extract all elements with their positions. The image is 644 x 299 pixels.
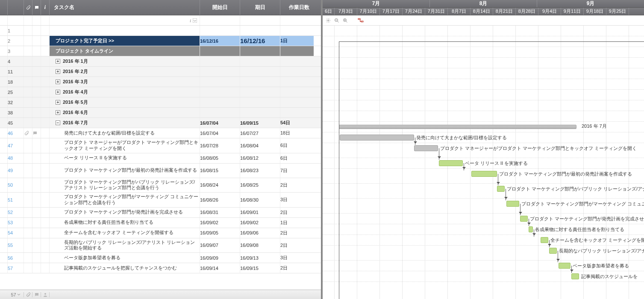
end-cell: 16/09/15	[240, 263, 280, 273]
attach-cell	[24, 178, 32, 193]
start-cell: 16/07/28	[200, 138, 240, 153]
week-header[interactable]: 9月18日	[584, 8, 606, 15]
gantt-bar[interactable]: プロダクト マーケティング部門がパブリック リレーションズ/アナリ	[497, 186, 505, 192]
grid-body: 12プロジェクト完了予定日 >>16/12/1616/12/161日3プロジェク…	[0, 26, 321, 290]
grid-row[interactable]: 53各成果物に対する責任担当者を割り当てる16/09/0216/09/021日	[0, 218, 321, 228]
expand-icon[interactable]: +	[56, 100, 60, 105]
end-cell: 16/12/16	[240, 36, 280, 46]
grid-header: i タスク名 開始日 期日 作業日数	[0, 0, 321, 15]
enddate-header[interactable]: 期日	[240, 0, 280, 15]
start-cell	[200, 77, 240, 87]
comment-header[interactable]	[32, 0, 41, 15]
week-header[interactable]: 7月10日	[357, 8, 380, 15]
gantt-bar[interactable]: プロダクト マーケティング部門が発売計画を完成させ	[520, 216, 528, 222]
gantt-bar[interactable]: プロダクト マネージャーがプロダクト マーケティング部門とキックオフ ミーティン…	[414, 145, 438, 151]
month-header[interactable]: 8月	[430, 0, 537, 7]
expand-icon[interactable]: +	[56, 90, 60, 94]
gantt-bar[interactable]: ベータ版参加希望者を募る	[559, 263, 570, 269]
row-number: 56	[8, 253, 24, 263]
week-header[interactable]: 7月31日	[425, 8, 448, 15]
grid-row[interactable]: 45−2016 年 7月16/07/0416/09/1554日	[0, 118, 321, 128]
gantt-bar[interactable]: 長期的なパブリック リレーションズ/アナ	[549, 248, 557, 254]
grid-row[interactable]: 51プロダクト マーケティング部門がマーケティング コミュニケーション部門と会議…	[0, 193, 321, 208]
week-header[interactable]: 7月3日	[335, 8, 357, 15]
rownum-header[interactable]	[8, 0, 24, 15]
month-header[interactable]: 7月	[323, 0, 430, 7]
week-header[interactable]: 9月11日	[561, 8, 584, 15]
taskname-header[interactable]: タスク名	[50, 0, 200, 15]
drag-handle	[0, 238, 8, 253]
grid-row[interactable]: 1	[0, 26, 321, 36]
grid-row[interactable]: 47プロダクト マネージャーがプロダクト マーケティング部門とキックオフ ミーテ…	[0, 138, 321, 153]
gantt-bar[interactable]: 発売に向けて大まかな範囲/目標を設定する	[340, 135, 414, 141]
comment-icon[interactable]	[34, 292, 39, 297]
expand-icon[interactable]: +	[56, 79, 60, 84]
days-cell: 7日	[280, 164, 314, 178]
critical-path-icon[interactable]	[358, 18, 364, 23]
zoom-in-icon[interactable]	[342, 18, 348, 23]
gantt-bar[interactable]: 記事掲載のスケジュールを	[571, 273, 579, 279]
week-header[interactable]: 8月14日	[471, 8, 493, 15]
grid-row[interactable]: 56ベータ版参加希望者を募る16/09/0916/09/133日	[0, 253, 321, 263]
gantt-bar[interactable]: 全チームを含むキックオフ ミーティングを開	[541, 237, 548, 243]
days-header[interactable]: 作業日数	[280, 0, 314, 15]
gantt-bar[interactable]: プロダクト マーケティング部門がマーケティング コミュニ	[506, 201, 519, 207]
grid-row[interactable]: 25+2016 年 4月	[0, 87, 321, 97]
gantt-body[interactable]: 2016 年 7月発売に向けて大まかな範囲/目標を設定するプロダクト マネージャ…	[323, 26, 644, 299]
week-header[interactable]: 7月24日	[403, 8, 425, 15]
expand-icon[interactable]: +	[56, 110, 60, 115]
grid-row[interactable]: 3プロジェクト タイムライン	[0, 46, 321, 56]
grid-row[interactable]: 11+2016 年 2月	[0, 67, 321, 77]
start-cell: 16/09/02	[200, 218, 240, 228]
grid-row[interactable]: 4+2016 年 1月	[0, 56, 321, 67]
collapse-icon[interactable]: −	[56, 120, 60, 125]
dropdown-icon[interactable]	[193, 18, 197, 23]
summary-bar[interactable]	[339, 125, 576, 129]
info-cell	[41, 228, 50, 238]
grid-row[interactable]: 52プロダクト マーケティング部門が発売計画を完成させる16/08/3116/0…	[0, 208, 321, 218]
grid-row[interactable]: 55長期的なパブリック リレーションズ/アナリスト リレーションズ活動を開始する…	[0, 238, 321, 253]
week-header[interactable]: 6日	[323, 8, 335, 15]
week-header[interactable]: 8月28日	[516, 8, 538, 15]
grid-row[interactable]: 32+2016 年 5月	[0, 97, 321, 108]
grid-row[interactable]: 46発売に向けて大まかな範囲/目標を設定する16/07/0416/07/2718…	[0, 128, 321, 138]
attach-header[interactable]	[24, 0, 32, 15]
grid-row[interactable]: 38+2016 年 6月	[0, 108, 321, 118]
bar-label: 各成果物に対する責任担当者を割り当てる	[535, 226, 624, 233]
paperclip-icon[interactable]	[26, 292, 31, 297]
attach-cell	[24, 164, 32, 178]
zoom-out-icon[interactable]	[334, 18, 340, 23]
expand-icon[interactable]: +	[56, 59, 60, 64]
week-header[interactable]: 9月25日	[606, 8, 629, 15]
gantt-bar[interactable]: プロダクト マーケティング部門が最初の発売計画案を作成する	[471, 171, 497, 177]
grid-row[interactable]: 54全チームを含むキックオフ ミーティングを開催する16/09/0516/09/…	[0, 228, 321, 238]
gantt-bar[interactable]: ベータ リリース II を実施する	[439, 160, 463, 166]
expand-icon[interactable]: +	[56, 69, 60, 74]
dropdown-icon[interactable]	[17, 293, 21, 296]
week-header[interactable]: 9月4日	[538, 8, 561, 15]
start-cell: 16/08/24	[200, 178, 240, 193]
grid-row[interactable]: 57記事掲載のスケジュールを把握してチャンスをつかむ16/09/1416/09/…	[0, 263, 321, 273]
comment-cell	[32, 164, 41, 178]
person-icon[interactable]	[43, 292, 48, 297]
attach-cell	[24, 46, 32, 56]
grid-row[interactable]: 50プロダクト マーケティング部門がパブリック リレーションズ/アナリスト リレ…	[0, 178, 321, 193]
startdate-header[interactable]: 開始日	[200, 0, 240, 15]
grid-row[interactable]: 18+2016 年 3月	[0, 77, 321, 87]
month-header[interactable]: 9月	[537, 0, 644, 7]
grid-row[interactable]: 48ベータ リリース II を実施する16/08/0516/08/126日	[0, 153, 321, 164]
end-cell: 16/09/02	[240, 218, 280, 228]
gantt-bar[interactable]: 各成果物に対する責任担当者を割り当てる	[529, 226, 533, 232]
week-header[interactable]: 8月7日	[448, 8, 471, 15]
bar-label: 発売に向けて大まかな範囲/目標を設定する	[416, 135, 507, 141]
row-number: 54	[8, 228, 24, 238]
info-header[interactable]: i	[41, 0, 50, 15]
grid-row[interactable]: 2プロジェクト完了予定日 >>16/12/1616/12/161日	[0, 36, 321, 46]
week-header[interactable]: 7月17日	[380, 8, 403, 15]
grid-row[interactable]: 49プロダクト マーケティング部門が最初の発売計画案を作成する16/08/151…	[0, 164, 321, 178]
drag-handle	[0, 153, 8, 163]
gear-icon[interactable]	[325, 18, 331, 23]
task-cell: 長期的なパブリック リレーションズ/アナリスト リレーションズ活動を開始する	[50, 238, 200, 253]
week-header[interactable]: 8月21日	[493, 8, 516, 15]
drag-handle	[0, 36, 8, 46]
